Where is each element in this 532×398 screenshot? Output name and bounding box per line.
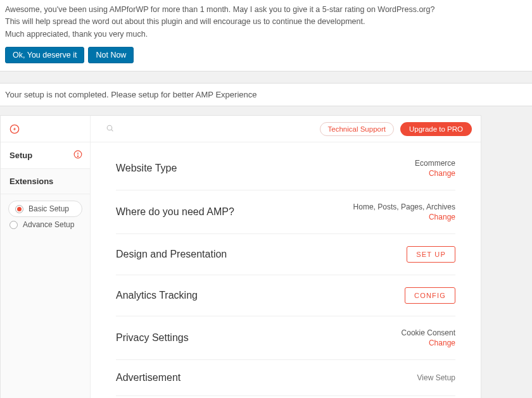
- row-privacy: Privacy Settings Cookie Consent Change: [116, 316, 455, 360]
- radio-advance-setup[interactable]: Advance Setup: [8, 217, 82, 232]
- main-area: Technical Support Upgrade to PRO Website…: [91, 116, 481, 398]
- bolt-icon: [10, 124, 20, 134]
- banner-text: This will help spread the word out about…: [5, 16, 527, 28]
- ok-deserve-button[interactable]: Ok, You deserve it: [5, 47, 84, 63]
- banner-text: Much appreciated, thank you very much.: [5, 28, 527, 40]
- row-value: Ecommerce: [415, 159, 455, 168]
- setup-incomplete-banner: Your setup is not completed. Please setu…: [0, 83, 532, 106]
- row-title: Design and Presentation: [116, 249, 407, 260]
- row-advertisement: Advertisement View Setup: [116, 360, 455, 396]
- radio-label: Advance Setup: [23, 220, 74, 229]
- row-value: Cookie Consent: [402, 328, 455, 337]
- not-now-button[interactable]: Not Now: [88, 47, 134, 63]
- row-analytics: Analytics Tracking CONFIG: [116, 275, 455, 316]
- svg-point-4: [107, 125, 112, 130]
- sidebar-item-extensions[interactable]: Extensions: [1, 169, 90, 194]
- banner-text: Your setup is not completed. Please setu…: [5, 90, 256, 99]
- change-link[interactable]: Change: [415, 169, 455, 178]
- row-title: Advertisement: [116, 372, 417, 383]
- banner-text: Awesome, you've been using AMPforWP for …: [5, 4, 527, 16]
- settings-panel: Setup Extensions Basic Setup Advance Set…: [0, 115, 481, 398]
- sidebar-logo-row: [1, 116, 90, 142]
- radio-basic-setup[interactable]: Basic Setup: [8, 201, 82, 217]
- row-website-type: Website Type Ecommerce Change: [116, 152, 455, 190]
- row-title: Website Type: [116, 163, 415, 174]
- row-title: Privacy Settings: [116, 332, 402, 344]
- radio-icon: [15, 205, 23, 213]
- topbar: Technical Support Upgrade to PRO: [91, 116, 481, 142]
- row-value: Home, Posts, Pages, Archives: [353, 202, 455, 211]
- technical-support-button[interactable]: Technical Support: [320, 122, 394, 136]
- setup-button[interactable]: SET UP: [407, 246, 455, 263]
- radio-label: Basic Setup: [28, 204, 69, 213]
- settings-list: Website Type Ecommerce Change Where do y…: [91, 142, 481, 398]
- change-link[interactable]: Change: [353, 213, 455, 221]
- change-link[interactable]: Change: [402, 339, 455, 347]
- config-button[interactable]: CONFIG: [405, 287, 455, 304]
- radio-icon: [10, 221, 18, 229]
- view-setup-link[interactable]: View Setup: [417, 373, 456, 382]
- row-design: Design and Presentation SET UP: [116, 234, 455, 275]
- svg-line-5: [111, 130, 113, 131]
- row-title: Where do you need AMP?: [116, 206, 353, 218]
- sidebar-item-label: Setup: [10, 151, 32, 160]
- upgrade-pro-button[interactable]: Upgrade to PRO: [400, 122, 472, 136]
- sidebar-item-setup[interactable]: Setup: [1, 142, 90, 169]
- search-icon[interactable]: [106, 124, 114, 134]
- row-title: Analytics Tracking: [116, 290, 405, 301]
- svg-point-3: [77, 156, 78, 156]
- warning-icon: [73, 150, 82, 161]
- rating-banner: Awesome, you've been using AMPforWP for …: [0, 0, 532, 72]
- sidebar: Setup Extensions Basic Setup Advance Set…: [1, 116, 91, 398]
- sidebar-item-label: Extensions: [10, 177, 53, 186]
- row-where-amp: Where do you need AMP? Home, Posts, Page…: [116, 190, 455, 234]
